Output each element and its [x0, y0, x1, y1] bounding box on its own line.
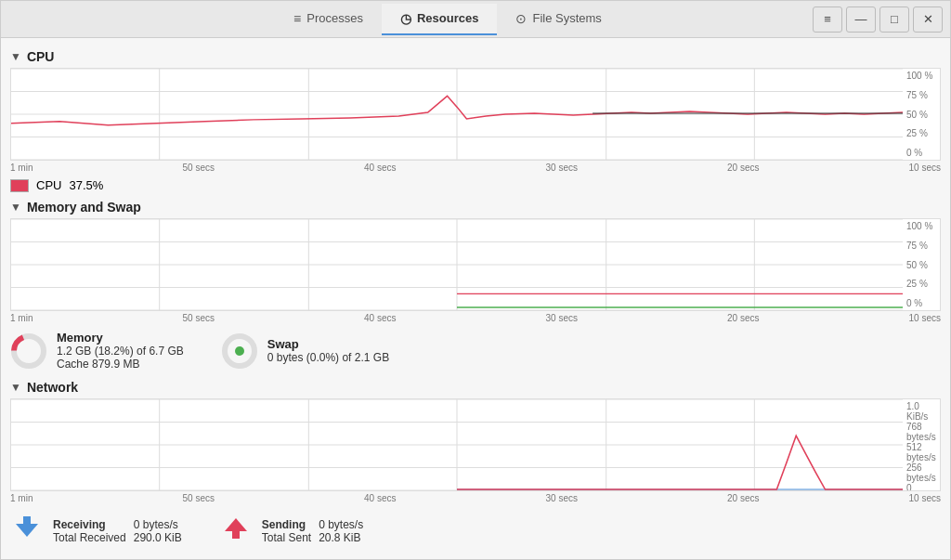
- content-area: ▼ CPU: [1, 38, 950, 559]
- network-x-labels: 1 min 50 secs 40 secs 30 secs 20 secs 10…: [1, 491, 950, 503]
- swap-info-item: Swap 0 bytes (0.0%) of 2.1 GB: [221, 331, 389, 371]
- processes-icon: ≡: [293, 11, 301, 26]
- cpu-x-labels: 1 min 50 secs 40 secs 30 secs 20 secs 10…: [1, 161, 950, 173]
- receiving-info-item: Receiving 0 bytes/s Total Received 290.0…: [10, 511, 182, 551]
- svg-marker-38: [16, 524, 38, 537]
- memory-section-header[interactable]: ▼ Memory and Swap: [1, 196, 950, 218]
- memory-x-labels: 1 min 50 secs 40 secs 30 secs 20 secs 10…: [1, 311, 950, 323]
- cpu-section-label: CPU: [27, 49, 55, 64]
- maximize-button[interactable]: □: [879, 7, 909, 33]
- network-section: ▼ Network: [1, 376, 950, 556]
- network-info: Receiving 0 bytes/s Total Received 290.0…: [1, 505, 950, 556]
- tab-processes[interactable]: ≡ Processes: [275, 4, 382, 35]
- cpu-chevron: ▼: [10, 50, 21, 63]
- menu-button[interactable]: ≡: [813, 7, 842, 33]
- memory-pie-icon: [10, 332, 47, 370]
- svg-rect-39: [23, 516, 31, 526]
- cpu-legend-label: CPU: [36, 178, 61, 192]
- titlebar: ≡ Processes ◷ Resources ⊙ File Systems ≡…: [1, 1, 950, 38]
- sending-icon: [219, 511, 253, 551]
- memory-chevron: ▼: [10, 201, 21, 214]
- main-window: ≡ Processes ◷ Resources ⊙ File Systems ≡…: [0, 0, 951, 560]
- memory-y-labels: 100 % 75 % 50 % 25 % 0 %: [903, 219, 940, 310]
- swap-pie-icon: [221, 332, 258, 370]
- filesystems-icon: ⊙: [515, 11, 527, 26]
- memory-info-item: Memory 1.2 GB (18.2%) of 6.7 GB Cache 87…: [10, 331, 184, 371]
- tab-bar: ≡ Processes ◷ Resources ⊙ File Systems: [83, 4, 813, 35]
- cpu-section: ▼ CPU: [1, 46, 950, 196]
- memory-section-label: Memory and Swap: [27, 200, 141, 215]
- cpu-legend-color: [10, 179, 29, 192]
- tab-resources-label: Resources: [417, 11, 478, 25]
- close-button[interactable]: ✕: [913, 7, 943, 33]
- cpu-y-labels: 100 % 75 % 50 % 25 % 0 %: [903, 69, 940, 160]
- sending-text: Sending 0 bytes/s Total Sent 20.8 KiB: [262, 518, 363, 544]
- svg-marker-40: [225, 518, 247, 531]
- cpu-chart: 100 % 75 % 50 % 25 % 0 %: [10, 68, 941, 161]
- tab-processes-label: Processes: [306, 11, 363, 25]
- network-chart: 1.0 KiB/s 768 bytes/s 512 bytes/s 256 by…: [10, 398, 941, 491]
- network-chevron: ▼: [10, 381, 21, 394]
- memory-info: Memory 1.2 GB (18.2%) of 6.7 GB Cache 87…: [1, 325, 950, 376]
- sending-info-item: Sending 0 bytes/s Total Sent 20.8 KiB: [219, 511, 363, 551]
- memory-chart: 100 % 75 % 50 % 25 % 0 %: [10, 218, 941, 311]
- tab-filesystems[interactable]: ⊙ File Systems: [497, 4, 619, 35]
- network-section-label: Network: [27, 380, 78, 395]
- swap-info-text: Swap 0 bytes (0.0%) of 2.1 GB: [267, 337, 389, 364]
- network-section-header[interactable]: ▼ Network: [1, 376, 950, 398]
- cpu-value: 37.5%: [69, 178, 103, 192]
- cpu-section-header[interactable]: ▼ CPU: [1, 46, 950, 68]
- receiving-text: Receiving 0 bytes/s Total Received 290.0…: [53, 518, 182, 544]
- network-y-labels: 1.0 KiB/s 768 bytes/s 512 bytes/s 256 by…: [903, 399, 940, 490]
- memory-section: ▼ Memory and Swap: [1, 196, 950, 376]
- minimize-button[interactable]: —: [846, 7, 876, 33]
- svg-point-26: [235, 346, 244, 356]
- tab-filesystems-label: File Systems: [532, 11, 601, 25]
- memory-info-text: Memory 1.2 GB (18.2%) of 6.7 GB Cache 87…: [57, 331, 184, 371]
- resources-icon: ◷: [400, 11, 411, 26]
- receiving-icon: [10, 511, 44, 551]
- svg-rect-41: [232, 529, 240, 539]
- cpu-legend: CPU 37.5%: [1, 175, 950, 196]
- tab-resources[interactable]: ◷ Resources: [382, 4, 497, 35]
- window-controls: ≡ — □ ✕: [813, 7, 943, 33]
